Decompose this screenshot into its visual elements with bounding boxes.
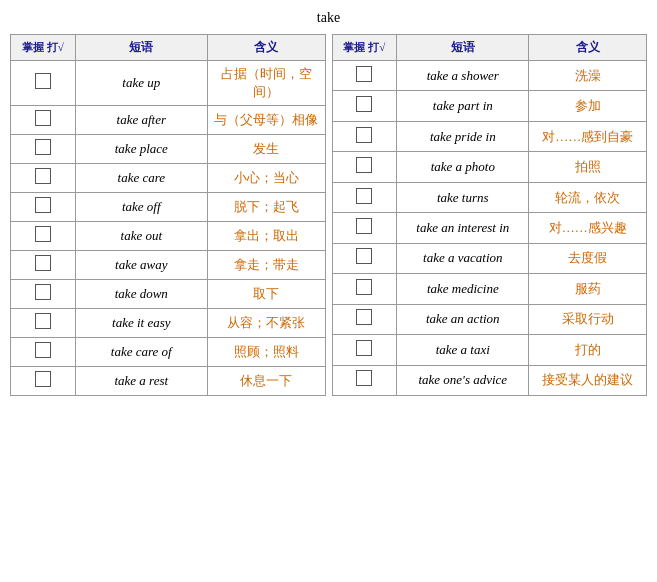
checkbox[interactable]: [356, 127, 372, 143]
checkbox[interactable]: [356, 279, 372, 295]
checkbox[interactable]: [35, 110, 51, 126]
left-header-check: 掌握 打√: [11, 35, 76, 61]
checkbox[interactable]: [35, 197, 51, 213]
checkbox-cell[interactable]: [332, 91, 397, 121]
checkbox-cell[interactable]: [11, 135, 76, 164]
phrase-cell: take pride in: [397, 121, 529, 151]
left-table-row: take down取下: [11, 280, 326, 309]
meaning-cell: 拍照: [529, 152, 647, 182]
phrase-cell: take off: [75, 193, 207, 222]
left-table: 掌握 打√ 短语 含义 take up占据（时间，空间）take after与（…: [10, 34, 326, 396]
checkbox[interactable]: [35, 226, 51, 242]
meaning-cell: 休息一下: [207, 367, 325, 396]
phrase-cell: take part in: [397, 91, 529, 121]
checkbox[interactable]: [35, 73, 51, 89]
meaning-cell: 洗澡: [529, 61, 647, 91]
meaning-cell: 对……感兴趣: [529, 213, 647, 243]
checkbox[interactable]: [356, 66, 372, 82]
checkbox-cell[interactable]: [11, 309, 76, 338]
checkbox-cell[interactable]: [332, 61, 397, 91]
checkbox-cell[interactable]: [11, 338, 76, 367]
checkbox[interactable]: [35, 255, 51, 271]
checkbox-cell[interactable]: [332, 274, 397, 304]
checkbox-cell[interactable]: [11, 280, 76, 309]
right-table-row: take a shower洗澡: [332, 61, 647, 91]
checkbox-cell[interactable]: [332, 243, 397, 273]
phrase-cell: take away: [75, 251, 207, 280]
meaning-cell: 接受某人的建议: [529, 365, 647, 395]
phrase-cell: take it easy: [75, 309, 207, 338]
phrase-cell: take an action: [397, 304, 529, 334]
tables-wrapper: 掌握 打√ 短语 含义 take up占据（时间，空间）take after与（…: [10, 34, 647, 396]
right-header-phrase: 短语: [397, 35, 529, 61]
checkbox-cell[interactable]: [332, 152, 397, 182]
checkbox[interactable]: [35, 284, 51, 300]
checkbox-cell[interactable]: [11, 222, 76, 251]
left-table-row: take out拿出；取出: [11, 222, 326, 251]
checkbox[interactable]: [35, 313, 51, 329]
meaning-cell: 对……感到自豪: [529, 121, 647, 151]
checkbox[interactable]: [35, 371, 51, 387]
right-table-row: take turns轮流，依次: [332, 182, 647, 212]
phrase-cell: take medicine: [397, 274, 529, 304]
left-table-row: take up占据（时间，空间）: [11, 61, 326, 106]
checkbox-cell[interactable]: [11, 106, 76, 135]
phrase-cell: take a photo: [397, 152, 529, 182]
left-table-row: take a rest休息一下: [11, 367, 326, 396]
meaning-cell: 服药: [529, 274, 647, 304]
checkbox-cell[interactable]: [11, 61, 76, 106]
checkbox-cell[interactable]: [11, 251, 76, 280]
checkbox[interactable]: [356, 248, 372, 264]
checkbox-cell[interactable]: [332, 182, 397, 212]
phrase-cell: take a rest: [75, 367, 207, 396]
checkbox-cell[interactable]: [332, 335, 397, 365]
checkbox[interactable]: [35, 168, 51, 184]
left-header-phrase: 短语: [75, 35, 207, 61]
checkbox-cell[interactable]: [11, 193, 76, 222]
checkbox[interactable]: [356, 218, 372, 234]
phrase-cell: take after: [75, 106, 207, 135]
checkbox[interactable]: [356, 340, 372, 356]
left-table-row: take care of照顾；照料: [11, 338, 326, 367]
meaning-cell: 打的: [529, 335, 647, 365]
checkbox-cell[interactable]: [11, 164, 76, 193]
meaning-cell: 占据（时间，空间）: [207, 61, 325, 106]
checkbox[interactable]: [356, 157, 372, 173]
left-table-row: take after与（父母等）相像: [11, 106, 326, 135]
checkbox-cell[interactable]: [332, 213, 397, 243]
phrase-cell: take down: [75, 280, 207, 309]
phrase-cell: take a shower: [397, 61, 529, 91]
right-table-row: take an action采取行动: [332, 304, 647, 334]
left-table-row: take away拿走；带走: [11, 251, 326, 280]
phrase-cell: take care of: [75, 338, 207, 367]
checkbox[interactable]: [356, 96, 372, 112]
checkbox-cell[interactable]: [332, 121, 397, 151]
left-table-row: take off脱下；起飞: [11, 193, 326, 222]
checkbox-cell[interactable]: [332, 365, 397, 395]
left-table-row: take care小心；当心: [11, 164, 326, 193]
checkbox-cell[interactable]: [11, 367, 76, 396]
checkbox[interactable]: [35, 139, 51, 155]
checkbox[interactable]: [356, 309, 372, 325]
right-table-row: take part in参加: [332, 91, 647, 121]
phrase-cell: take a vacation: [397, 243, 529, 273]
page-title: take: [317, 10, 340, 26]
phrase-cell: take place: [75, 135, 207, 164]
checkbox[interactable]: [356, 188, 372, 204]
right-table-row: take pride in对……感到自豪: [332, 121, 647, 151]
meaning-cell: 脱下；起飞: [207, 193, 325, 222]
phrase-cell: take turns: [397, 182, 529, 212]
right-table-row: take a vacation去度假: [332, 243, 647, 273]
meaning-cell: 参加: [529, 91, 647, 121]
meaning-cell: 拿走；带走: [207, 251, 325, 280]
right-table-row: take a taxi打的: [332, 335, 647, 365]
phrase-cell: take one's advice: [397, 365, 529, 395]
right-table-row: take an interest in对……感兴趣: [332, 213, 647, 243]
checkbox[interactable]: [35, 342, 51, 358]
meaning-cell: 小心；当心: [207, 164, 325, 193]
checkbox[interactable]: [356, 370, 372, 386]
checkbox-cell[interactable]: [332, 304, 397, 334]
meaning-cell: 发生: [207, 135, 325, 164]
right-header-meaning: 含义: [529, 35, 647, 61]
meaning-cell: 去度假: [529, 243, 647, 273]
